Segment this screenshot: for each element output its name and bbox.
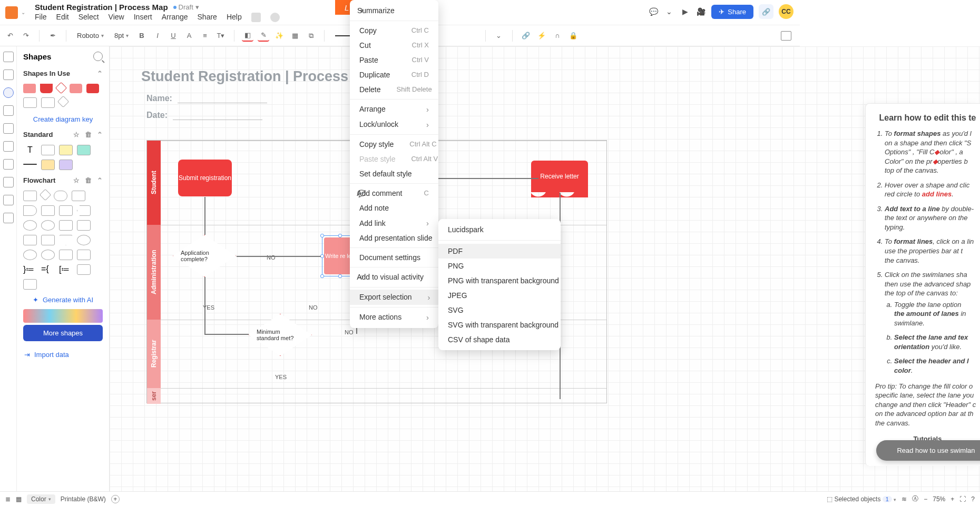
menu-select[interactable]: Select: [79, 13, 99, 22]
menu-arrange[interactable]: Arrange: [162, 13, 188, 22]
export-svg-transparent[interactable]: SVG with transparent background: [438, 318, 561, 332]
edge-label-no[interactable]: NO: [267, 254, 276, 261]
menu-insert[interactable]: Insert: [134, 13, 152, 22]
shape-item[interactable]: [77, 220, 91, 231]
ctx-visual-activity[interactable]: ✧ Add to visual activity: [350, 270, 438, 285]
export-pdf[interactable]: PDF: [438, 244, 561, 259]
shape-item[interactable]: [59, 205, 73, 216]
shape-item[interactable]: [41, 205, 55, 216]
shape-item[interactable]: [77, 205, 91, 216]
shape-item[interactable]: [23, 97, 37, 108]
ctx-more-actions[interactable]: More actions: [350, 310, 438, 325]
shape-item[interactable]: [72, 191, 85, 201]
shape-item[interactable]: [23, 164, 37, 165]
export-lucidspark[interactable]: Lucidspark: [438, 222, 561, 237]
ctx-export-selection[interactable]: Export selection: [350, 290, 438, 305]
chevron-down-icon[interactable]: ⌄: [664, 6, 674, 17]
edge-label-no[interactable]: NO: [345, 329, 354, 335]
redo-icon[interactable]: ↷: [20, 30, 32, 42]
ctx-arrange[interactable]: Arrange: [350, 102, 438, 117]
date-field-line[interactable]: [173, 120, 262, 120]
star-icon[interactable]: ☆: [73, 176, 80, 184]
export-jpeg[interactable]: JPEG: [438, 288, 561, 303]
create-diagram-key-link[interactable]: Create diagram key: [17, 111, 109, 127]
shape-item[interactable]: [23, 191, 37, 201]
document-title[interactable]: Student Registration | Process Map: [35, 3, 168, 12]
shape-item[interactable]: [59, 250, 73, 260]
lane-header-admin[interactable]: Administration: [147, 225, 161, 320]
search-icon[interactable]: [93, 52, 103, 61]
ctx-paste[interactable]: PasteCtrl V: [350, 53, 438, 67]
ctx-add-slide[interactable]: Add presentation slide: [350, 231, 438, 245]
share-button[interactable]: ✈Share: [711, 5, 753, 19]
rail-shapes-icon[interactable]: [3, 87, 14, 98]
shape-item[interactable]: [57, 96, 70, 108]
more-shapes-button[interactable]: More shapes: [23, 325, 103, 341]
lane-header-user[interactable]: ser: [147, 388, 161, 404]
shape-item[interactable]: [77, 250, 91, 260]
ctx-summarize[interactable]: ✦ Summarize: [350, 3, 438, 18]
connector[interactable]: [204, 197, 205, 235]
text-color-icon[interactable]: A: [183, 30, 195, 42]
star-icon[interactable]: ☆: [73, 131, 80, 138]
bold-icon[interactable]: B: [136, 30, 148, 42]
shape-item[interactable]: [77, 235, 91, 245]
shape-item[interactable]: [41, 145, 55, 155]
rail-panel-icon[interactable]: [3, 52, 14, 62]
ctx-set-default-style[interactable]: Set default style: [350, 166, 438, 181]
shape-item[interactable]: [40, 189, 52, 201]
collapse-icon[interactable]: ⌃: [97, 176, 103, 184]
shape-item[interactable]: [86, 84, 99, 93]
generate-ai-link[interactable]: ✦Generate with AI: [17, 293, 109, 307]
rail-item-9[interactable]: [3, 213, 14, 223]
shape-item[interactable]: [54, 191, 67, 201]
ctx-add-link[interactable]: Add link: [350, 215, 438, 231]
ctx-delete[interactable]: DeleteShift Delete: [350, 82, 438, 97]
cloud-icon[interactable]: [270, 13, 280, 22]
export-png[interactable]: PNG: [438, 259, 561, 273]
text-options-icon[interactable]: T▾: [215, 30, 227, 42]
trash-icon[interactable]: 🗑: [85, 176, 92, 184]
align-icon[interactable]: ≡: [199, 30, 211, 42]
ctx-add-note[interactable]: Add note: [350, 201, 438, 215]
link-icon[interactable]: 🔗: [520, 30, 532, 42]
logo-menu-caret[interactable]: ⌄: [21, 9, 25, 15]
shape-item[interactable]: [55, 82, 67, 94]
shape-item[interactable]: [23, 205, 37, 216]
export-svg[interactable]: SVG: [438, 303, 561, 318]
group-icon[interactable]: ⧉: [305, 30, 317, 42]
font-select[interactable]: Roboto▾: [74, 32, 107, 39]
lock-icon[interactable]: 🔒: [567, 30, 579, 42]
chevron-down-toolbar-icon[interactable]: ⌄: [493, 30, 505, 42]
panel-toggle-icon[interactable]: [781, 31, 791, 41]
underline-icon[interactable]: U: [168, 30, 179, 42]
shape-submit-registration[interactable]: Submit registration: [178, 160, 232, 196]
shape-item[interactable]: [≔: [59, 264, 73, 275]
undo-icon[interactable]: ↶: [4, 30, 16, 42]
connector[interactable]: [204, 334, 249, 335]
name-field-line[interactable]: [178, 103, 267, 103]
document-status[interactable]: Draft ▾: [173, 3, 199, 11]
comment-icon[interactable]: 💬: [648, 6, 659, 17]
shape-receive-letter[interactable]: Receive letter: [531, 161, 588, 192]
connector[interactable]: [237, 256, 321, 257]
shape-item[interactable]: [59, 145, 73, 155]
shape-item[interactable]: [59, 235, 73, 245]
collapse-icon[interactable]: ⌃: [97, 131, 103, 138]
shape-item[interactable]: [23, 235, 37, 245]
magic-icon[interactable]: ✨: [273, 30, 285, 42]
shape-item[interactable]: [77, 264, 91, 275]
present-icon[interactable]: ▶: [680, 6, 690, 17]
shape-item[interactable]: [70, 84, 82, 93]
rail-item-6[interactable]: [3, 159, 14, 170]
ctx-document-settings[interactable]: Document settings: [350, 250, 438, 265]
section-inuse[interactable]: Shapes In Use: [23, 70, 70, 77]
section-standard[interactable]: Standard: [23, 131, 53, 138]
import-data-link[interactable]: ⇥Import data: [17, 345, 109, 364]
shape-item[interactable]: [23, 220, 37, 231]
connector[interactable]: [204, 277, 205, 334]
rail-item-8[interactable]: [3, 195, 14, 205]
menu-share[interactable]: Share: [198, 13, 217, 22]
rail-item-5[interactable]: [3, 141, 14, 152]
trash-icon[interactable]: 🗑: [85, 131, 92, 138]
